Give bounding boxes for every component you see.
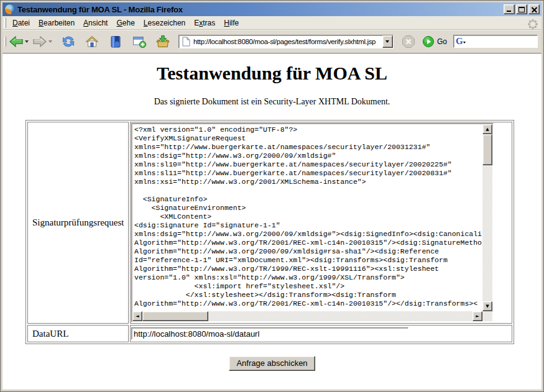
page-title: Testanwendung für MOA SL [2, 63, 542, 84]
menu-item-hilfe[interactable]: Hilfe [219, 17, 243, 29]
submit-request-button[interactable]: Anfrage abschicken [229, 356, 315, 371]
menubar-items: DateiBearbeitenAnsichtGeheLesezeichenExt… [8, 17, 243, 29]
forward-button[interactable] [32, 33, 53, 50]
menu-item-gehe[interactable]: Gehe [112, 17, 139, 29]
minimize-icon [507, 11, 511, 12]
horizontal-scrollbar[interactable]: ◄ ► [132, 311, 482, 321]
home-button[interactable] [84, 33, 100, 50]
firefox-icon [5, 4, 15, 14]
maximize-button[interactable] [516, 4, 527, 14]
search-input[interactable] [466, 38, 536, 45]
go-button[interactable]: Go [422, 35, 447, 48]
close-button[interactable] [528, 4, 540, 14]
go-label: Go [437, 37, 447, 46]
close-icon [529, 5, 539, 14]
url-dropdown-button[interactable] [382, 35, 393, 48]
page-content: Testanwendung für MOA SL Das signierte D… [2, 54, 542, 390]
forward-dropdown-icon[interactable] [48, 40, 52, 45]
horizontal-scroll-thumb[interactable] [142, 311, 208, 321]
throbber-icon [532, 23, 534, 25]
maximize-icon [519, 7, 525, 12]
forward-icon [32, 34, 47, 49]
google-logo-icon[interactable]: G [456, 37, 466, 46]
new-window-button[interactable] [131, 33, 147, 50]
vertical-scrollbar[interactable]: ▲ ▼ [482, 124, 492, 311]
menu-item-datei[interactable]: Datei [8, 17, 34, 29]
reload-button[interactable] [60, 33, 76, 50]
menubar: DateiBearbeitenAnsichtGeheLesezeichenExt… [2, 16, 542, 30]
scroll-down-icon[interactable]: ▼ [482, 301, 492, 311]
submit-row: Anfrage abschicken [2, 356, 542, 371]
menu-item-ansicht[interactable]: Ansicht [79, 17, 112, 29]
scrollbar-corner [482, 311, 492, 321]
page-subtitle: Das signierte Dokument ist ein Security-… [2, 97, 542, 107]
verify-form-table: Signaturprüfungsrequest <?xml version="1… [25, 120, 514, 344]
downloads-icon [155, 34, 170, 49]
new-window-icon [132, 34, 147, 49]
url-input[interactable] [193, 36, 382, 47]
go-icon [422, 35, 435, 48]
vertical-scroll-thumb[interactable] [482, 134, 492, 165]
url-bar[interactable] [178, 35, 394, 48]
signature-request-textarea[interactable]: <?xml version="1.0" encoding="UTF-8"?> <… [131, 123, 494, 322]
scroll-up-icon[interactable]: ▲ [482, 124, 492, 134]
menu-item-bearbeiten[interactable]: Bearbeiten [34, 17, 79, 29]
signature-request-label: Signaturprüfungsrequest [27, 122, 129, 324]
scroll-right-icon[interactable]: ► [473, 311, 482, 321]
bookmarks-button[interactable] [108, 33, 124, 50]
signature-request-text[interactable]: <?xml version="1.0" encoding="UTF-8"?> <… [133, 125, 482, 311]
dataurl-label: DataURL [27, 325, 129, 342]
dataurl-input[interactable] [131, 327, 408, 340]
navigation-toolbar: Go G [2, 30, 542, 53]
menu-item-extras[interactable]: Extras [190, 17, 219, 29]
table-row-signature-request: Signaturprüfungsrequest <?xml version="1… [27, 122, 512, 324]
reload-icon [61, 34, 76, 49]
browser-window: Testanwendung für MOA SL - Mozilla Firef… [0, 0, 544, 392]
back-icon [9, 34, 24, 49]
window-controls [504, 4, 540, 14]
back-dropdown-icon[interactable] [25, 40, 29, 45]
home-icon [85, 34, 99, 49]
search-box[interactable]: G [453, 35, 538, 48]
bookmarks-icon [108, 34, 123, 49]
chevron-down-icon [385, 40, 389, 45]
downloads-button[interactable] [155, 33, 171, 50]
back-button[interactable] [8, 33, 29, 50]
menu-item-lesezeichen[interactable]: Lesezeichen [139, 17, 190, 29]
minimize-button[interactable] [504, 4, 515, 14]
toolbar-grip[interactable] [4, 37, 6, 47]
page-icon [181, 37, 191, 47]
table-row-dataurl: DataURL [27, 325, 512, 342]
stop-icon [401, 34, 416, 49]
menubar-grip[interactable] [4, 18, 6, 28]
window-title: Testanwendung für MOA SL - Mozilla Firef… [17, 5, 501, 14]
titlebar[interactable]: Testanwendung für MOA SL - Mozilla Firef… [2, 2, 542, 16]
stop-button[interactable] [401, 34, 416, 49]
scroll-left-icon[interactable]: ◄ [132, 311, 142, 321]
